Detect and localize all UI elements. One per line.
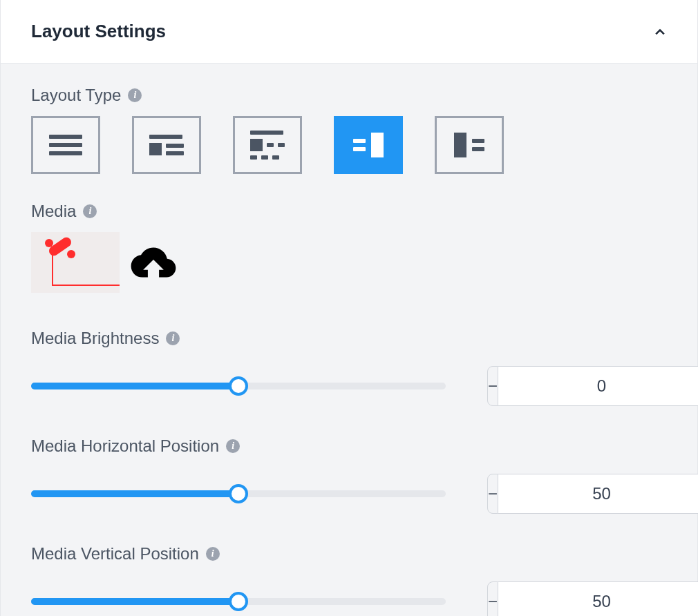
block-icon	[454, 133, 466, 157]
dash-icon	[272, 155, 279, 160]
dash-icon	[250, 155, 257, 160]
panel-header[interactable]: Layout Settings	[1, 0, 697, 64]
info-icon[interactable]: i	[226, 439, 240, 453]
line-icon	[250, 131, 283, 135]
info-icon[interactable]: i	[166, 331, 180, 345]
brightness-stepper: − +	[487, 366, 667, 406]
slider-thumb[interactable]	[229, 484, 248, 503]
hpos-input[interactable]	[498, 474, 698, 514]
line-icon	[49, 143, 82, 147]
brightness-section: Media Brightness i − +	[31, 329, 667, 406]
slider-fill	[31, 383, 238, 389]
vpos-slider[interactable]	[31, 592, 446, 611]
line-icon	[149, 135, 182, 139]
slider-fill	[31, 598, 238, 605]
brightness-slider[interactable]	[31, 376, 446, 396]
brightness-label: Media Brightness	[31, 329, 159, 348]
line-icon	[166, 144, 184, 148]
slider-thumb[interactable]	[229, 376, 248, 396]
hpos-section: Media Horizontal Position i − +	[31, 436, 667, 514]
layout-option-image-block-text[interactable]	[233, 116, 302, 174]
slider-thumb[interactable]	[229, 592, 248, 611]
media-row	[31, 232, 667, 293]
slider-fill	[31, 490, 238, 497]
dash-icon	[353, 147, 366, 151]
vpos-stepper: − +	[487, 581, 667, 616]
media-thumbnail[interactable]	[31, 232, 120, 293]
layout-type-options	[31, 116, 667, 174]
layout-type-label: Layout Type	[31, 86, 121, 105]
panel-title: Layout Settings	[31, 21, 166, 42]
info-icon[interactable]: i	[206, 547, 220, 561]
dash-icon	[278, 143, 285, 147]
info-icon[interactable]: i	[83, 204, 97, 218]
media-label: Media	[31, 202, 76, 221]
dash-icon	[472, 147, 484, 151]
layout-type-label-row: Layout Type i	[31, 86, 667, 105]
media-label-row: Media i	[31, 202, 667, 221]
panel-body: Layout Type i	[1, 64, 697, 616]
layout-option-image-left-inline[interactable]	[132, 116, 201, 174]
decrement-button[interactable]: −	[487, 581, 498, 616]
layout-settings-panel: Layout Settings Layout Type i	[0, 0, 698, 616]
hpos-label: Media Horizontal Position	[31, 436, 219, 456]
cloud-upload-icon[interactable]	[129, 244, 178, 281]
vpos-input[interactable]	[498, 581, 698, 616]
layout-option-text-only[interactable]	[31, 116, 100, 174]
info-icon[interactable]: i	[128, 88, 142, 102]
line-icon	[49, 151, 82, 155]
block-icon	[149, 143, 162, 155]
line-icon	[49, 135, 82, 139]
layout-option-media-left[interactable]	[435, 116, 504, 174]
dash-icon	[353, 139, 366, 143]
hpos-stepper: − +	[487, 474, 667, 514]
hpos-slider[interactable]	[31, 484, 446, 503]
decrement-button[interactable]: −	[487, 366, 498, 406]
block-icon	[371, 133, 384, 157]
dash-icon	[472, 139, 484, 143]
decrement-button[interactable]: −	[487, 474, 498, 514]
dash-icon	[267, 143, 274, 147]
line-icon	[166, 151, 184, 155]
dash-icon	[261, 155, 268, 160]
brightness-input[interactable]	[498, 366, 698, 406]
vpos-label: Media Vertical Position	[31, 544, 199, 564]
vpos-section: Media Vertical Position i − +	[31, 544, 667, 616]
layout-option-media-right[interactable]	[334, 116, 403, 174]
chevron-up-icon	[653, 25, 667, 39]
block-icon	[250, 139, 263, 151]
